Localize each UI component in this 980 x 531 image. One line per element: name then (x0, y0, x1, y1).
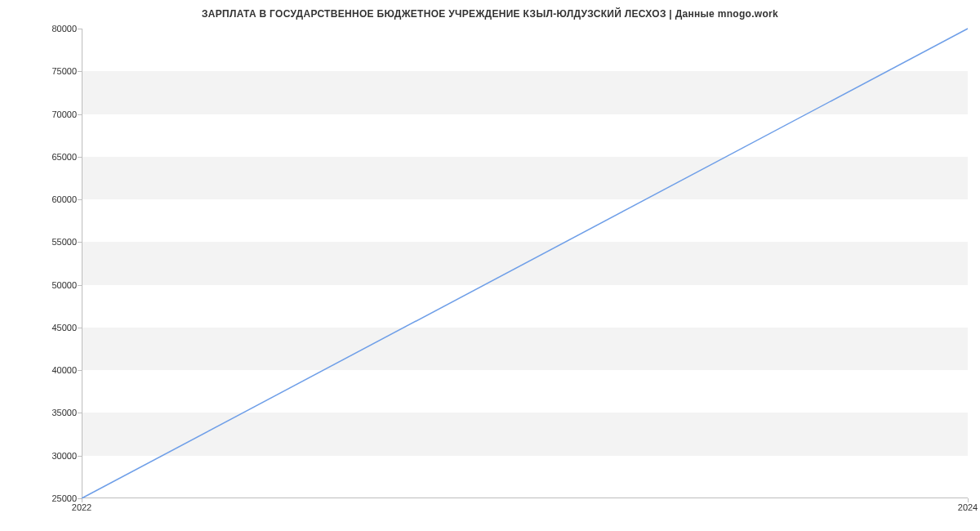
y-tick-label: 30000 (11, 451, 77, 461)
y-tick-mark (78, 328, 82, 328)
y-tick-mark (78, 71, 82, 72)
y-tick-mark (78, 370, 82, 371)
y-tick-mark (78, 157, 82, 158)
chart-container: ЗАРПЛАТА В ГОСУДАРСТВЕННОЕ БЮДЖЕТНОЕ УЧР… (0, 0, 980, 531)
y-tick-label: 60000 (11, 194, 77, 204)
y-tick-label: 70000 (11, 109, 77, 119)
y-tick-label: 80000 (11, 24, 77, 33)
y-tick-label: 50000 (11, 280, 77, 290)
y-tick-mark (78, 29, 82, 29)
plot-area (82, 29, 968, 498)
y-tick-label: 65000 (11, 152, 77, 162)
x-tick-mark (82, 498, 82, 502)
y-tick-mark (78, 413, 82, 413)
y-tick-label: 75000 (11, 66, 77, 76)
y-tick-mark (78, 242, 82, 243)
y-tick-label: 45000 (11, 323, 77, 332)
y-tick-label: 40000 (11, 365, 77, 375)
y-tick-label: 35000 (11, 408, 77, 417)
chart-title: ЗАРПЛАТА В ГОСУДАРСТВЕННОЕ БЮДЖЕТНОЕ УЧР… (0, 8, 980, 20)
y-tick-mark (78, 456, 82, 457)
y-tick-mark (78, 199, 82, 200)
data-line (82, 29, 968, 498)
y-tick-mark (78, 285, 82, 286)
line-layer (82, 29, 968, 498)
y-tick-label: 25000 (11, 493, 77, 503)
y-tick-mark (78, 114, 82, 115)
x-tick-label: 2024 (958, 502, 978, 512)
y-tick-label: 55000 (11, 237, 77, 247)
x-tick-mark (968, 498, 969, 502)
x-tick-label: 2022 (72, 502, 91, 512)
